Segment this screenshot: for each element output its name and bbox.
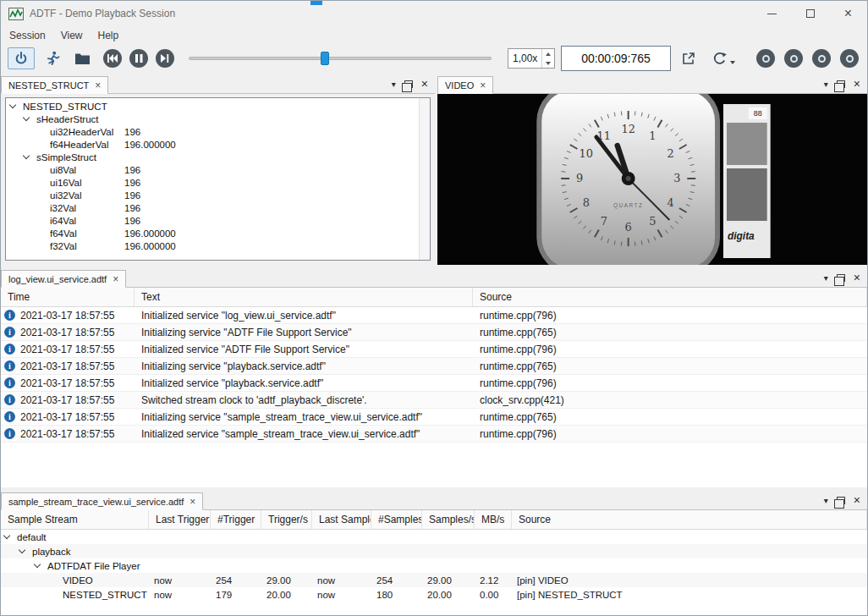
stream-row-playback[interactable]: playback: [1, 544, 867, 558]
column-header-samples-s[interactable]: Samples/s: [422, 510, 475, 529]
column-header--samples[interactable]: #Samples: [371, 510, 422, 529]
tree-node-label: ui32HeaderVal: [50, 127, 113, 137]
loop-dropdown-icon[interactable]: [730, 61, 735, 64]
marker-button-4[interactable]: [840, 49, 859, 68]
expand-arrow-icon[interactable]: [9, 102, 16, 108]
tree-node-ui16val[interactable]: ui16Val196: [6, 176, 418, 189]
open-file-button[interactable]: [70, 47, 94, 69]
log-row[interactable]: i2021-03-17 18:57:55Initialized service …: [1, 307, 867, 324]
panel-float-button[interactable]: [837, 80, 845, 88]
loop-button[interactable]: [706, 47, 740, 69]
tree-node-i32val[interactable]: i32Val196: [6, 201, 418, 214]
marker-button-1[interactable]: [756, 49, 775, 68]
power-button[interactable]: [8, 47, 35, 69]
expand-arrow-icon[interactable]: [34, 561, 41, 568]
tab-close-icon[interactable]: ×: [190, 497, 195, 507]
log-row[interactable]: i2021-03-17 18:57:55Initialized service …: [1, 341, 867, 358]
speed-spinbox[interactable]: 1,00x: [508, 48, 555, 69]
log-time: 2021-03-17 18:57:55: [20, 428, 114, 440]
log-row[interactable]: i2021-03-17 18:57:55Initializing service…: [1, 409, 867, 426]
info-icon: i: [4, 411, 15, 422]
column-header-trigger-s[interactable]: Trigger/s: [261, 510, 312, 529]
tab-close-icon[interactable]: ×: [95, 80, 101, 91]
column-header-source[interactable]: Source: [473, 288, 867, 306]
tab-nested-struct[interactable]: NESTED_STRUCT ×: [1, 76, 108, 94]
time-display[interactable]: 00:00:09:765: [561, 46, 671, 71]
log-row[interactable]: i2021-03-17 18:57:55Initialized service …: [1, 375, 867, 392]
panel-menu-button[interactable]: ▾: [824, 80, 828, 89]
speed-value[interactable]: 1,00x: [508, 49, 541, 68]
marker-button-2[interactable]: [784, 49, 803, 68]
stream-row-adtfdat-file-player[interactable]: ADTFDAT File Player: [1, 558, 867, 573]
column-header-time[interactable]: Time: [1, 288, 135, 306]
tab-trace-view[interactable]: sample_stream_trace_view.ui_service.adtf…: [1, 492, 203, 510]
menu-view[interactable]: View: [53, 27, 91, 44]
panel-menu-button[interactable]: ▾: [392, 80, 396, 89]
column-header-text[interactable]: Text: [135, 288, 473, 306]
panel-float-button[interactable]: [404, 80, 413, 88]
tab-log-view[interactable]: log_view.ui_service.adtf ×: [1, 270, 126, 288]
run-button[interactable]: [41, 47, 64, 69]
expand-arrow-icon[interactable]: [23, 114, 30, 121]
column-header-last-trigger[interactable]: Last Trigger: [149, 510, 211, 529]
panel-close-button[interactable]: ×: [854, 272, 860, 283]
trace-cell: 29.00: [261, 575, 312, 586]
log-row[interactable]: i2021-03-17 18:57:55Initialized service …: [1, 426, 867, 443]
marker-button-3[interactable]: [812, 49, 831, 68]
tree-node-value: 196: [124, 127, 140, 137]
panel-menu-button[interactable]: ▾: [824, 496, 828, 505]
panel-close-button[interactable]: ×: [854, 494, 860, 506]
tree-node-ui32headerval[interactable]: ui32HeaderVal196: [6, 125, 418, 138]
scrollbar[interactable]: [419, 98, 430, 260]
column-header-mb-s[interactable]: MB/s: [475, 510, 512, 529]
tree-node-i64val[interactable]: i64Val196: [6, 214, 418, 227]
tree-node-ui8val[interactable]: ui8Val196: [6, 163, 418, 176]
expand-arrow-icon[interactable]: [23, 152, 30, 159]
panel-close-button[interactable]: ×: [854, 78, 860, 90]
panel-float-button[interactable]: [837, 497, 845, 504]
panel-close-button[interactable]: ×: [421, 78, 428, 90]
log-row[interactable]: i2021-03-17 18:57:55Initializing service…: [1, 358, 867, 375]
expand-arrow-icon[interactable]: [19, 547, 25, 553]
column-header-source[interactable]: Source: [512, 510, 867, 529]
tab-close-icon[interactable]: ×: [113, 274, 118, 284]
skip-to-end-button[interactable]: [156, 49, 174, 68]
tree-node-f64headerval[interactable]: f64HeaderVal196.000000: [6, 138, 418, 151]
log-row[interactable]: i2021-03-17 18:57:55Initializing service…: [1, 324, 867, 341]
maximize-button[interactable]: [791, 1, 829, 26]
tree-node-ssimplestruct[interactable]: sSimpleStruct: [6, 151, 418, 163]
slider-handle[interactable]: [321, 52, 329, 65]
tab-close-icon[interactable]: ×: [480, 80, 486, 91]
detach-button[interactable]: [677, 47, 700, 69]
stream-row-video[interactable]: VIDEOnow25429.00now25429.002.12[pin] VID…: [1, 573, 867, 587]
skip-to-start-button[interactable]: [103, 49, 122, 68]
pause-button[interactable]: [129, 49, 148, 68]
tab-video[interactable]: VIDEO ×: [437, 76, 493, 94]
tree-node-f64val[interactable]: f64Val196.000000: [6, 227, 418, 239]
tree-node-ui32val[interactable]: ui32Val196: [6, 189, 418, 201]
menu-session[interactable]: Session: [2, 27, 53, 44]
log-row[interactable]: i2021-03-17 18:57:55Switched stream cloc…: [1, 392, 867, 409]
titlebar[interactable]: ADTF - Demo Playback Session ×: [1, 1, 867, 26]
column-header-last-sample[interactable]: Last Sample: [312, 510, 371, 529]
menu-help[interactable]: Help: [91, 27, 127, 44]
column-header-sample-stream[interactable]: Sample Stream: [1, 510, 149, 529]
timeline-slider[interactable]: [189, 49, 492, 68]
expand-arrow-icon[interactable]: [3, 532, 10, 539]
minimize-button[interactable]: [753, 1, 791, 26]
speed-decrease-button[interactable]: [542, 58, 554, 68]
tree-node-nested_struct[interactable]: NESTED_STRUCT: [6, 100, 418, 113]
tree-node-sheaderstruct[interactable]: sHeaderStruct: [6, 113, 418, 125]
stream-label: default: [17, 532, 47, 542]
struct-tree[interactable]: NESTED_STRUCTsHeaderStructui32HeaderVal1…: [5, 97, 431, 261]
close-button[interactable]: ×: [829, 1, 867, 26]
tree-node-f32val[interactable]: f32Val196.000000: [6, 239, 418, 252]
column-header--trigger[interactable]: #Trigger: [211, 510, 261, 529]
slider-track[interactable]: [189, 57, 492, 60]
panel-float-button[interactable]: [837, 274, 845, 282]
stream-row-nested-struct[interactable]: NESTED_STRUCTnow17920.00now18020.000.00[…: [1, 587, 867, 602]
panel-menu-button[interactable]: ▾: [824, 273, 828, 283]
speed-increase-button[interactable]: [542, 49, 554, 58]
stream-row-default[interactable]: default: [1, 530, 867, 544]
stream-name-cell: default: [1, 532, 149, 542]
